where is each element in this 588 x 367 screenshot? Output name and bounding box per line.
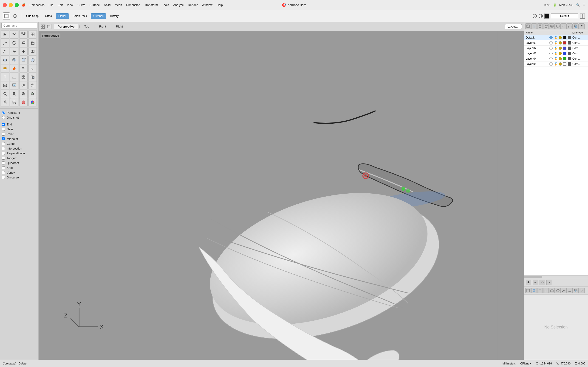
tool-layers-icon[interactable] <box>10 98 18 106</box>
tool-cage[interactable] <box>28 81 37 90</box>
layer-color-01[interactable] <box>563 41 566 44</box>
snap-center-checkbox[interactable] <box>2 142 5 145</box>
menu-mesh[interactable]: Mesh <box>115 3 122 7</box>
prop-resize-btn[interactable] <box>573 288 579 293</box>
layer-active-01[interactable] <box>549 41 553 44</box>
tool-offset[interactable] <box>19 64 27 73</box>
menu-help[interactable]: Help <box>216 3 223 7</box>
tool-arc[interactable] <box>1 47 9 56</box>
close-button[interactable] <box>3 3 7 7</box>
layer-color-02[interactable] <box>563 47 566 50</box>
tool-magnify3[interactable] <box>19 90 27 98</box>
layer-scrollbar[interactable] <box>524 275 588 278</box>
tool-transform[interactable] <box>28 73 37 81</box>
snap-point[interactable]: Point <box>2 132 36 136</box>
color-picker[interactable] <box>544 14 549 19</box>
menu-solid[interactable]: Solid <box>104 3 111 7</box>
layer-help-btn[interactable]: ? <box>579 23 585 29</box>
layer-active-03[interactable] <box>549 52 553 55</box>
tool-render[interactable] <box>10 81 18 90</box>
tool-sphere-icon[interactable] <box>19 98 27 106</box>
menu-analyze[interactable]: Analyze <box>173 3 184 7</box>
menu-rhinoceros[interactable]: Rhinoceros <box>29 3 44 7</box>
layer-cube-btn[interactable] <box>543 23 549 29</box>
tool-star[interactable] <box>10 64 18 73</box>
menu-file[interactable]: File <box>49 3 53 7</box>
snap-near-checkbox[interactable] <box>2 128 5 131</box>
layer-row-02[interactable]: Layer 02 🏅 Cont... <box>524 46 588 51</box>
menu-window[interactable]: Window <box>202 3 212 7</box>
cplane-display[interactable]: CPlane ▾ <box>520 362 531 365</box>
viewport[interactable]: Perspective <box>39 31 524 360</box>
tool-fillet[interactable] <box>28 64 37 73</box>
tool-split[interactable] <box>28 47 37 56</box>
layer-row-03[interactable]: Layer 03 🏅 Cont... <box>524 51 588 56</box>
layer-row-01[interactable]: Layer 01 🏅 Cont... <box>524 40 588 46</box>
layer-dim-btn[interactable] <box>567 23 573 29</box>
snap-tangent[interactable]: Tangent <box>2 156 36 161</box>
tool-box[interactable] <box>28 39 37 47</box>
prop-curve-btn[interactable] <box>561 288 567 293</box>
prop-mesh-btn[interactable] <box>555 288 561 293</box>
grid-snap-button[interactable]: Grid Snap <box>24 13 41 19</box>
tool-solid2[interactable] <box>19 56 27 64</box>
layer-active-05[interactable] <box>549 62 553 66</box>
tool-mesh-select[interactable] <box>28 30 37 39</box>
menu-surface[interactable]: Surface <box>90 3 100 7</box>
tool-surface[interactable] <box>1 56 9 64</box>
tool-lock[interactable] <box>1 98 9 106</box>
layer-curve-btn[interactable] <box>561 23 567 29</box>
menu-transform[interactable]: Transform <box>145 3 158 7</box>
layer-settings-button[interactable] <box>540 280 545 285</box>
snap-end[interactable]: End <box>2 122 36 127</box>
menu-curve[interactable]: Curve <box>78 3 86 7</box>
prop-cube-btn[interactable] <box>543 288 549 293</box>
maximize-button[interactable] <box>15 3 19 7</box>
snap-point-checkbox[interactable] <box>2 133 5 135</box>
layer-color-05[interactable] <box>563 62 566 66</box>
layer-doc-btn[interactable] <box>537 23 543 29</box>
snap-oneshot[interactable]: One shot <box>2 115 36 120</box>
tool-rectangle[interactable] <box>19 39 27 47</box>
tool-grid2[interactable] <box>19 73 27 81</box>
layer-color-04[interactable] <box>563 57 566 60</box>
prop-target-btn[interactable] <box>531 288 537 293</box>
layer-chevron-button[interactable] <box>546 280 552 285</box>
layer-active-default[interactable] <box>549 36 553 39</box>
snap-midpoint[interactable]: Midpoint <box>2 136 36 141</box>
tool-magnify[interactable] <box>1 90 9 98</box>
snap-oncurve-checkbox[interactable] <box>2 176 5 179</box>
prop-photo-btn[interactable] <box>549 288 555 293</box>
layer-color-default[interactable] <box>563 36 566 39</box>
menu-dimension[interactable]: Dimension <box>126 3 140 7</box>
layer-resize-btn[interactable] <box>573 23 579 29</box>
control-icon[interactable]: ☰ <box>582 3 585 7</box>
tool-circle[interactable] <box>10 39 18 47</box>
menu-render[interactable]: Render <box>188 3 198 7</box>
tool-magnify2[interactable] <box>10 90 18 98</box>
layer-mesh-btn[interactable] <box>555 23 561 29</box>
toolbar-snap-cursor[interactable] <box>11 12 19 20</box>
prop-doc-btn[interactable] <box>537 288 543 293</box>
tab-right[interactable]: Right <box>112 24 127 29</box>
tool-sunburst[interactable] <box>1 64 9 73</box>
layer-row-default[interactable]: Default 🏅 Cont... <box>524 35 588 40</box>
tool-array[interactable] <box>19 81 27 90</box>
history-button[interactable]: History <box>107 13 121 19</box>
snap-oneshot-radio[interactable] <box>2 116 5 119</box>
planar-button[interactable]: Planar <box>56 13 69 19</box>
gumball-button[interactable]: Gumball <box>91 13 106 19</box>
search-icon[interactable]: 🔍 <box>576 3 580 7</box>
snap-end-checkbox[interactable] <box>2 123 5 126</box>
snap-tangent-checkbox[interactable] <box>2 157 5 160</box>
layer-target-btn[interactable] <box>531 23 537 29</box>
layer-row-04[interactable]: Layer 04 🏅 Cont... <box>524 56 588 61</box>
tool-magnify4[interactable] <box>28 90 37 98</box>
tab-perspective[interactable]: Perspective <box>54 24 78 29</box>
layer-selector[interactable]: Default <box>551 13 578 19</box>
snap-knot[interactable]: Knot <box>2 165 36 170</box>
menu-tools[interactable]: Tools <box>162 3 169 7</box>
prop-layers-btn[interactable] <box>525 288 531 293</box>
tool-select[interactable] <box>1 30 9 39</box>
layer-color-03[interactable] <box>563 52 566 55</box>
